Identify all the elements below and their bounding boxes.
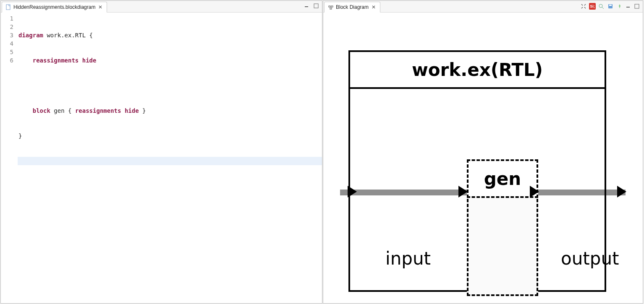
svg-rect-0 xyxy=(6,5,10,10)
line-number: 1 xyxy=(3,14,13,23)
editor-tab[interactable]: HiddenReassignments.blockdiagram ✕ xyxy=(2,2,107,13)
diagram-pane: Block Diagram ✕ Si; xyxy=(323,0,643,304)
line-number: 5 xyxy=(3,48,13,56)
svg-point-6 xyxy=(599,4,602,8)
svg-rect-2 xyxy=(314,4,318,8)
close-icon[interactable]: ✕ xyxy=(371,4,377,10)
maximize-icon[interactable] xyxy=(313,3,319,9)
module-box[interactable]: work.ex(RTL) gen input output xyxy=(348,50,606,292)
editor-tabbar: HiddenReassignments.blockdiagram ✕ xyxy=(1,1,322,13)
pin-icon[interactable] xyxy=(616,3,623,10)
block-diagram-canvas[interactable]: work.ex(RTL) gen input output xyxy=(323,13,643,303)
svg-rect-1 xyxy=(305,6,308,7)
zoom-icon[interactable] xyxy=(597,3,605,10)
gen-block-title: gen xyxy=(467,159,538,198)
gen-block[interactable]: gen xyxy=(467,159,538,296)
code-text: } xyxy=(18,133,22,139)
diagram-tab[interactable]: Block Diagram ✕ xyxy=(324,2,380,13)
diagram-icon xyxy=(328,4,334,10)
diagram-tab-label: Block Diagram xyxy=(336,4,369,10)
editor-pane: HiddenReassignments.blockdiagram ✕ 1 2 3… xyxy=(0,0,322,304)
arrowhead-icon xyxy=(348,186,357,197)
arrowhead-icon xyxy=(617,186,626,197)
keyword: block xyxy=(33,107,50,114)
save-icon[interactable] xyxy=(607,3,614,10)
line-number: 2 xyxy=(3,23,13,31)
svg-rect-9 xyxy=(609,5,612,6)
minimize-icon[interactable] xyxy=(625,3,632,10)
editor-tab-label: HiddenReassignments.blockdiagram xyxy=(13,4,95,10)
module-title: work.ex(RTL) xyxy=(348,50,606,89)
code-text: gen { xyxy=(50,107,75,114)
code-text: work.ex.RTL { xyxy=(43,32,93,39)
svg-rect-11 xyxy=(635,4,639,8)
minimize-icon[interactable] xyxy=(304,3,310,9)
svg-rect-3 xyxy=(329,6,330,7)
line-number: 3 xyxy=(3,31,13,39)
arrowhead-icon xyxy=(530,186,539,197)
diagram-toolbar: Si; xyxy=(580,3,640,10)
file-icon xyxy=(5,4,11,10)
code-area[interactable]: diagram work.ex.RTL { reassignments hide… xyxy=(18,13,322,303)
keyword: reassignments hide xyxy=(33,57,97,64)
svg-rect-4 xyxy=(331,6,333,7)
close-icon[interactable]: ✕ xyxy=(97,4,103,10)
code-editor[interactable]: 1 2 3 4 5 6 diagram work.ex.RTL { reassi… xyxy=(1,13,322,303)
arrowhead-icon xyxy=(458,186,468,197)
line-number-gutter: 1 2 3 4 5 6 xyxy=(1,13,18,303)
expand-icon[interactable] xyxy=(580,3,587,10)
line-number: 4 xyxy=(3,39,13,48)
diagram-tabbar: Block Diagram ✕ Si; xyxy=(323,1,643,13)
svg-rect-10 xyxy=(626,7,630,8)
maximize-icon[interactable] xyxy=(634,3,640,10)
port-input-label: input xyxy=(385,248,431,269)
line-number: 6 xyxy=(3,56,13,65)
editor-pane-controls xyxy=(304,3,319,9)
keyword: reassignments hide xyxy=(75,107,139,114)
svg-line-7 xyxy=(602,7,604,9)
keyword: diagram xyxy=(18,32,43,39)
svg-rect-5 xyxy=(330,8,332,9)
sigasi-badge-icon[interactable]: Si; xyxy=(589,3,596,10)
port-output-label: output xyxy=(561,248,619,269)
code-text: } xyxy=(139,107,146,114)
